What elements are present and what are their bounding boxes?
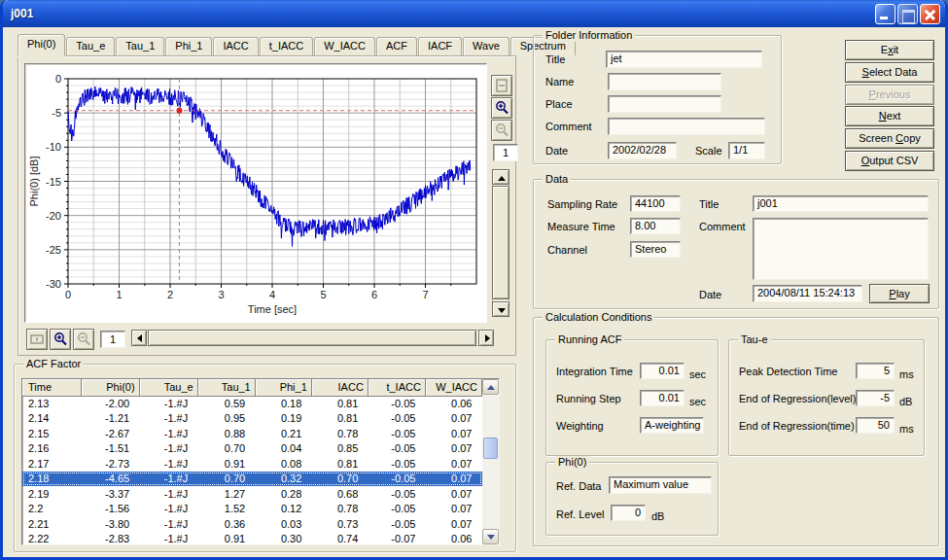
cursor-dot — [176, 108, 182, 114]
chart-vertical-scrollbar[interactable] — [492, 169, 509, 317]
application-window: j001 Phi(0)Tau_eTau_1Phi_1IACCt_IACCW_IA… — [0, 0, 948, 560]
table-cell: 0.18 — [255, 396, 311, 411]
zoom-out-vertical-button[interactable] — [491, 120, 512, 141]
horizontal-scroll-thumb[interactable] — [148, 330, 476, 346]
output-csv-button[interactable]: Output CSV — [845, 151, 934, 171]
end-of-regression-level-field[interactable]: -5 — [856, 390, 895, 406]
horizontal-scale-value[interactable]: 1 — [100, 331, 125, 348]
weighting-label: Weighting — [556, 420, 604, 432]
tab-iacc[interactable]: IACC — [213, 37, 258, 55]
sampling-rate-field[interactable]: 44100 — [630, 195, 681, 212]
column-header-time[interactable]: Time — [22, 379, 81, 396]
previous-button[interactable]: Previous — [845, 85, 934, 105]
tab-iacf[interactable]: IACF — [418, 37, 462, 55]
close-icon[interactable] — [920, 4, 940, 24]
column-header-iacc[interactable]: IACC — [311, 379, 368, 396]
peak-detection-time-field[interactable]: 5 — [856, 363, 895, 379]
next-button[interactable]: Next — [845, 106, 934, 126]
screen-copy-button[interactable]: Screen Copy — [845, 128, 934, 149]
channel-label: Channel — [547, 244, 587, 256]
table-row[interactable]: 2.14-1.21-1.#J0.950.190.81-0.050.07 — [22, 411, 482, 427]
scroll-down-button[interactable] — [482, 529, 499, 544]
data-comment-field[interactable] — [753, 218, 929, 280]
zoom-in-vertical-button[interactable] — [491, 97, 512, 119]
tab-strip: Phi(0)Tau_eTau_1Phi_1IACCt_IACCW_IACCACF… — [18, 35, 577, 55]
table-row[interactable]: 2.18-4.65-1.#J0.700.320.70-0.050.07 — [22, 472, 482, 487]
acf-factor-table[interactable]: TimePhi(0)Tau_eTau_1Phi_1IACCt_IACCW_IAC… — [21, 378, 500, 545]
chart-horizontal-scrollbar[interactable] — [131, 330, 494, 346]
tab-wave[interactable]: Wave — [463, 37, 509, 55]
tab-tau-1[interactable]: Tau_1 — [116, 37, 164, 55]
running-step-field[interactable]: 0.01 — [640, 390, 685, 406]
scroll-up-button[interactable] — [492, 169, 509, 185]
column-header-w-iacc[interactable]: W_IACC — [425, 379, 481, 396]
table-row[interactable]: 2.15-2.67-1.#J0.880.210.78-0.050.07 — [22, 426, 482, 441]
svg-text:2: 2 — [167, 289, 173, 300]
table-cell: 0.70 — [197, 472, 255, 487]
table-row[interactable]: 2.13-2.00-1.#J0.590.180.81-0.050.06 — [22, 396, 482, 411]
zoom-in-horizontal-button[interactable] — [50, 329, 71, 350]
zoom-out-horizontal-button[interactable] — [73, 329, 94, 350]
table-row[interactable]: 2.2-1.56-1.#J1.520.120.78-0.050.07 — [22, 502, 482, 517]
table-cell: 0.08 — [255, 456, 311, 472]
folder-name-field[interactable] — [608, 73, 721, 90]
exit-button[interactable]: Exit — [845, 40, 934, 60]
titlebar[interactable]: j001 — [3, 0, 945, 27]
folder-comment-label: Comment — [545, 121, 592, 132]
table-row[interactable]: 2.16-1.51-1.#J0.700.040.85-0.050.07 — [22, 441, 482, 457]
fit-horizontal-button[interactable] — [26, 329, 48, 350]
tab-t-iacc[interactable]: t_IACC — [260, 37, 313, 55]
calculation-conditions-group: Calculation Conditions Running ACF Integ… — [533, 317, 939, 546]
tab-phi-0[interactable]: Phi(0) — [18, 34, 65, 55]
running-step-label: Running Step — [556, 393, 621, 404]
data-title-field[interactable]: j001 — [753, 195, 929, 212]
fit-vertical-button[interactable] — [491, 75, 512, 96]
phi0-chart[interactable]: 0-5-10-15-20-25-3001234567Time [sec]Phi(… — [24, 63, 487, 323]
ref-level-field[interactable]: 0 — [611, 505, 646, 521]
measure-time-field[interactable]: 8.00 — [630, 218, 681, 234]
table-scroll-thumb[interactable] — [483, 438, 498, 459]
folder-scale-field[interactable]: 1/1 — [728, 142, 765, 159]
integration-time-field[interactable]: 0.01 — [640, 363, 685, 379]
channel-field[interactable]: Stereo — [630, 241, 681, 258]
data-date-field[interactable]: 2004/08/11 15:24:13 — [753, 285, 862, 302]
table-cell: 2.13 — [22, 396, 81, 411]
table-row[interactable]: 2.19-3.37-1.#J1.270.280.68-0.050.07 — [22, 486, 482, 502]
column-header-phi-1[interactable]: Phi_1 — [255, 379, 311, 396]
svg-text:0: 0 — [55, 73, 61, 85]
folder-date-field[interactable]: 2002/02/28 — [608, 142, 677, 159]
minimize-icon[interactable] — [875, 4, 895, 24]
column-header-tau-1[interactable]: Tau_1 — [197, 379, 255, 396]
folder-comment-field[interactable] — [608, 118, 765, 135]
folder-place-field[interactable] — [608, 95, 721, 113]
maximize-icon[interactable] — [897, 4, 918, 24]
table-cell: -1.56 — [81, 502, 139, 517]
column-header-t-iacc[interactable]: t_IACC — [368, 379, 425, 396]
tab-phi-1[interactable]: Phi_1 — [165, 37, 212, 55]
vertical-scroll-thumb[interactable] — [492, 186, 509, 299]
tab-acf[interactable]: ACF — [376, 37, 417, 55]
table-vertical-scrollbar[interactable] — [482, 379, 499, 544]
table-row[interactable]: 2.22-2.83-1.#J0.910.300.74-0.070.06 — [22, 532, 482, 546]
tab-w-iacc[interactable]: W_IACC — [314, 37, 375, 55]
scroll-left-button[interactable] — [131, 330, 147, 346]
scroll-down-button[interactable] — [492, 301, 509, 317]
scroll-right-button[interactable] — [478, 330, 494, 346]
ref-data-field[interactable]: Maximum value — [609, 476, 712, 494]
scroll-up-button[interactable] — [482, 379, 499, 395]
vertical-scale-value[interactable]: 1 — [493, 144, 518, 161]
table-cell: 2.15 — [22, 426, 81, 441]
tab-tau-e[interactable]: Tau_e — [66, 37, 115, 55]
play-button[interactable]: Play — [869, 284, 930, 303]
select-data-button[interactable]: Select Data — [845, 62, 934, 83]
column-header-phi-0[interactable]: Phi(0) — [81, 379, 139, 396]
table-cell: 0.95 — [197, 411, 255, 427]
table-row[interactable]: 2.21-3.80-1.#J0.360.030.73-0.050.07 — [22, 516, 482, 532]
column-header-tau-e[interactable]: Tau_e — [139, 379, 197, 396]
end-of-regression-time-field[interactable]: 50 — [856, 417, 895, 434]
table-cell: 0.81 — [311, 456, 368, 472]
weighting-field[interactable]: A-weighting — [640, 417, 704, 434]
folder-title-field[interactable]: jet — [606, 51, 762, 68]
table-cell: -1.21 — [81, 411, 139, 427]
table-row[interactable]: 2.17-2.73-1.#J0.910.080.81-0.050.07 — [22, 456, 482, 472]
